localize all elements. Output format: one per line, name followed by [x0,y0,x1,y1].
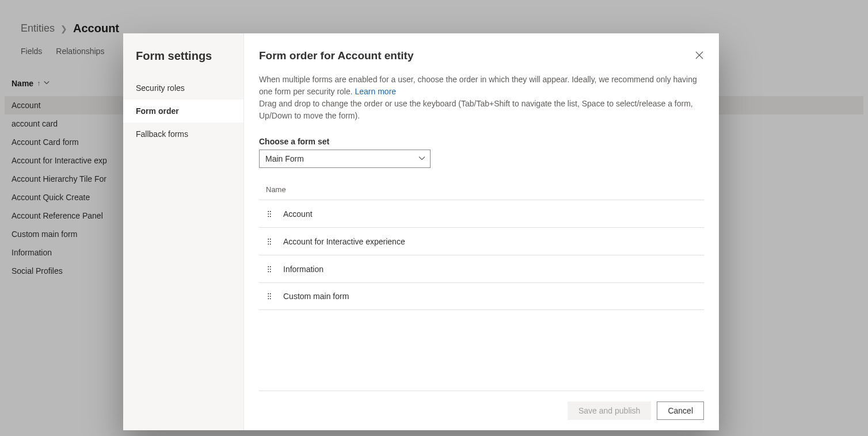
svg-point-11 [270,243,271,244]
form-name: Information [283,265,323,274]
svg-point-5 [270,216,271,217]
learn-more-link[interactable]: Learn more [355,87,397,96]
dialog-title: Form order for Account entity [259,49,704,62]
form-set-value: Main Form [265,154,304,163]
close-icon [695,51,703,59]
svg-point-18 [268,293,269,295]
form-name: Custom main form [283,292,349,301]
svg-point-14 [268,269,269,270]
save-and-publish-button[interactable]: Save and publish [568,401,651,420]
drag-handle-icon[interactable] [266,266,273,273]
table-row[interactable]: Account for Interactive experience [259,227,704,255]
sidebar-item-security-roles[interactable]: Security roles [123,77,243,100]
dialog-footer: Save and publish Cancel [259,391,704,420]
svg-point-0 [268,211,269,212]
svg-point-15 [270,269,271,270]
dialog-pane: Form order for Account entity When multi… [244,33,719,430]
cancel-button[interactable]: Cancel [657,401,704,420]
svg-point-20 [268,296,269,297]
desc-line1: When multiple forms are enabled for a us… [259,75,697,96]
table-header-name: Name [259,181,704,200]
svg-point-17 [270,271,271,272]
table-row[interactable]: Custom main form [259,282,704,310]
form-name: Account for Interactive experience [283,237,405,246]
form-order-table: Name Account Account for Interactive exp… [259,181,704,310]
svg-point-3 [270,213,271,215]
form-set-label: Choose a form set [259,137,704,146]
chevron-down-icon [418,154,425,163]
drag-handle-icon[interactable] [266,211,273,217]
svg-point-19 [270,293,271,295]
svg-point-10 [268,243,269,244]
svg-point-1 [270,211,271,212]
sidebar-item-form-order[interactable]: Form order [123,100,243,123]
svg-point-8 [268,241,269,242]
form-set-select[interactable]: Main Form [259,150,431,168]
dialog-description: When multiple forms are enabled for a us… [259,74,702,122]
drag-handle-icon[interactable] [266,238,273,245]
svg-point-9 [270,241,271,242]
table-row[interactable]: Information [259,255,704,282]
svg-point-2 [268,213,269,215]
svg-point-16 [268,271,269,272]
svg-point-7 [270,238,271,239]
svg-point-4 [268,216,269,217]
svg-point-6 [268,238,269,239]
sidebar-item-fallback-forms[interactable]: Fallback forms [123,123,243,146]
table-row[interactable]: Account [259,200,704,227]
svg-point-12 [268,266,269,267]
form-name: Account [283,209,313,219]
dialog-sidebar: Form settings Security roles Form order … [123,33,244,430]
drag-handle-icon[interactable] [266,293,273,300]
svg-point-23 [270,298,271,299]
form-settings-dialog: Form settings Security roles Form order … [123,33,719,430]
svg-point-21 [270,296,271,297]
desc-line2: Drag and drop to change the order or use… [259,99,693,120]
sidebar-title: Form settings [136,49,231,63]
svg-point-13 [270,266,271,267]
svg-point-22 [268,298,269,299]
close-button[interactable] [690,46,709,64]
